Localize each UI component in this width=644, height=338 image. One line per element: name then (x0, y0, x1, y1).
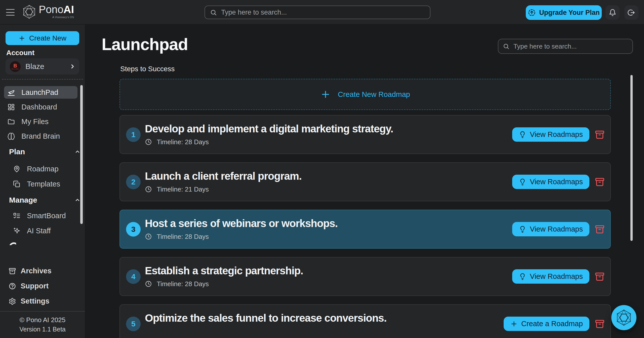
lightbulb-icon (519, 273, 526, 280)
section-manage[interactable]: Manage (0, 196, 86, 204)
step-timeline: Timeline: 28 Days (157, 280, 209, 288)
page-search-input[interactable] (513, 43, 628, 50)
clock-icon (145, 233, 152, 240)
create-new-button[interactable]: Create New (6, 31, 79, 45)
global-search-input[interactable] (221, 9, 425, 16)
sidebar-item-archives[interactable]: Archives (9, 267, 52, 275)
page-search (498, 39, 633, 54)
archive-step-button[interactable] (595, 130, 605, 140)
sidebar: Create New Account BBLAZE Blaze LaunchPa… (0, 25, 86, 338)
sidebar-divider (2, 79, 83, 80)
folder-icon (7, 118, 15, 126)
brand-logo: PonoAI A Visionary's OS (22, 4, 74, 19)
view-roadmaps-button[interactable]: View Roadmaps (512, 127, 589, 142)
step-number-badge: 2 (126, 175, 141, 189)
brand-hexagon-icon (22, 5, 36, 19)
upgrade-plan-button[interactable]: Upgrade Your Plan (526, 5, 602, 20)
logout-button[interactable] (624, 5, 638, 20)
hamburger-menu-icon[interactable] (6, 9, 15, 16)
step-card-3: 3 Host a series of webinars or workshops… (119, 210, 611, 249)
view-roadmaps-button[interactable]: View Roadmaps (512, 222, 589, 236)
step-timeline: Timeline: 21 Days (157, 185, 209, 193)
clock-icon (145, 138, 152, 145)
list-checks-icon (13, 212, 21, 220)
search-icon (503, 43, 509, 50)
sidebar-item-smartboard[interactable]: SmartBoard (4, 209, 77, 222)
sidebar-item-dashboard[interactable]: Dashboard (4, 101, 77, 113)
lightbulb-icon (519, 226, 526, 233)
archive-step-button[interactable] (595, 272, 605, 282)
notifications-button[interactable] (606, 5, 620, 20)
brand-tagline: A Visionary's OS (52, 16, 74, 19)
account-switcher[interactable]: BBLAZE Blaze (6, 58, 79, 74)
step-number-badge: 3 (126, 222, 141, 237)
archive-step-button[interactable] (595, 177, 605, 187)
brain-icon (7, 132, 15, 140)
create-a-roadmap-button[interactable]: Create a Roadmap (504, 317, 589, 331)
sidebar-item-ai-staff[interactable]: AI Staff (4, 224, 77, 237)
create-new-roadmap-button[interactable]: Create New Roadmap (119, 79, 611, 110)
sidebar-item-launchpad[interactable]: LaunchPad (4, 86, 77, 99)
sidebar-item-templates[interactable]: Templates (4, 178, 77, 190)
bell-icon (609, 9, 616, 16)
topbar: PonoAI A Visionary's OS Upgrade Your Pla… (0, 0, 644, 25)
brand-name: PonoAI (39, 4, 74, 16)
archive-icon (595, 177, 605, 187)
step-timeline: Timeline: 28 Days (157, 138, 209, 146)
plus-icon (18, 35, 25, 42)
copy-icon (13, 180, 21, 188)
steps-section-title: Steps to Success (120, 65, 175, 73)
view-roadmaps-button[interactable]: View Roadmaps (512, 175, 589, 189)
page-title: Launchpad (102, 35, 188, 54)
chevron-right-icon (70, 64, 75, 69)
archive-step-button[interactable] (595, 224, 605, 234)
brand-hexagon-icon (616, 309, 632, 326)
step-number-badge: 1 (126, 127, 141, 142)
step-title: Launch a client referral program. (145, 170, 302, 182)
archive-step-button[interactable] (595, 319, 605, 329)
view-roadmaps-button[interactable]: View Roadmaps (512, 269, 589, 284)
account-section-label: Account (6, 49, 34, 57)
archive-icon (9, 267, 16, 275)
cut-off-section-header (9, 242, 16, 245)
step-number-badge: 4 (126, 269, 141, 284)
global-search (205, 6, 430, 19)
clock-icon (145, 186, 152, 193)
archive-icon (595, 272, 605, 282)
step-timeline: Timeline: 28 Days (157, 233, 209, 241)
step-card-2: 2 Launch a client referral program. Time… (119, 162, 611, 201)
step-title: Develop and implement a digital marketin… (145, 123, 393, 135)
section-plan[interactable]: Plan (0, 147, 86, 156)
copyright: © Pono AI 2025 Version 1.1 Beta (0, 316, 85, 333)
sidebar-item-roadmap[interactable]: Roadmap (4, 163, 77, 175)
assistant-fab-button[interactable] (611, 305, 636, 330)
search-icon (210, 9, 217, 16)
sidebar-nav: LaunchPad Dashboard My Files Brand Brain… (0, 83, 86, 246)
sidebar-item-brand-brain[interactable]: Brand Brain (4, 130, 77, 142)
archive-icon (595, 130, 605, 140)
lightbulb-icon (519, 131, 526, 138)
main-content: Launchpad Steps to Success Create New Ro… (86, 25, 644, 338)
plus-icon (320, 89, 331, 100)
step-title: Establish a strategic partnership. (145, 265, 303, 277)
account-name: Blaze (25, 62, 70, 71)
chevron-up-icon (75, 149, 80, 154)
step-card-4: 4 Establish a strategic partnership. Tim… (119, 257, 611, 296)
main-scrollbar[interactable] (630, 75, 633, 241)
upgrade-icon (528, 9, 536, 17)
footer-divider (0, 311, 85, 312)
sidebar-item-support[interactable]: Support (9, 282, 49, 290)
dashboard-icon (7, 103, 15, 111)
step-title: Host a series of webinars or workshops. (145, 217, 338, 230)
help-circle-icon (9, 282, 16, 290)
archive-icon (595, 224, 605, 234)
sidebar-item-settings[interactable]: Settings (9, 297, 49, 305)
lightbulb-icon (519, 178, 526, 186)
step-card-5: 5 Optimize the sales funnel to increase … (119, 304, 611, 338)
map-pin-icon (13, 165, 21, 173)
sidebar-item-my-files[interactable]: My Files (4, 115, 77, 128)
sidebar-scrollbar[interactable] (80, 85, 83, 224)
step-title: Optimize the sales funnel to increase co… (145, 312, 387, 324)
plus-icon (510, 320, 518, 328)
clock-icon (145, 280, 152, 287)
